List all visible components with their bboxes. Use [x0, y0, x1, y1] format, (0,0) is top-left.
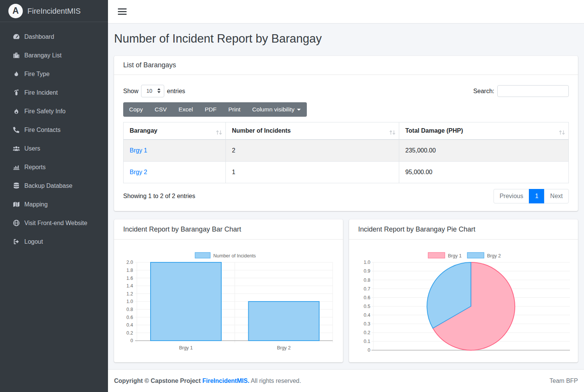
list-card-title: List of Barangays: [114, 56, 578, 75]
sidebar-brand[interactable]: A FireIncidentMIS: [0, 0, 108, 22]
svg-text:0.6: 0.6: [127, 315, 133, 320]
globe-icon: [12, 219, 20, 227]
pie-chart-title: Incident Report by Barangay Pie Chart: [349, 219, 578, 240]
sidebar-item-backup-database[interactable]: Backup Database: [0, 178, 108, 194]
barangay-link[interactable]: Brgy 2: [130, 169, 147, 175]
svg-text:Number of Incidents: Number of Incidents: [213, 253, 256, 259]
svg-text:0.4: 0.4: [364, 313, 370, 318]
dashboard-icon: [12, 33, 20, 40]
damage-cell: 235,000.00: [399, 140, 569, 162]
col-header-incidents[interactable]: Number of Incidents: [226, 122, 399, 140]
fire-alt-icon: [12, 108, 20, 115]
table-row: Brgy 2 1 95,000.00: [124, 162, 569, 183]
svg-text:1.2: 1.2: [127, 291, 133, 297]
svg-text:0.5: 0.5: [364, 304, 370, 309]
pagination: Previous 1 Next: [494, 189, 569, 203]
search-input[interactable]: [497, 85, 569, 97]
svg-text:1.0: 1.0: [127, 299, 133, 304]
bar-chart-card: Incident Report by Barangay Bar Chart: [114, 219, 343, 362]
copy-button[interactable]: Copy: [123, 102, 149, 117]
csv-button[interactable]: CSV: [149, 102, 173, 117]
footer-brand-link[interactable]: FireIncidentMIS.: [202, 378, 249, 384]
search-label: Search:: [473, 87, 494, 96]
brand-name: FireIncidentMIS: [27, 5, 81, 17]
svg-text:0.7: 0.7: [364, 286, 370, 292]
sidebar-item-dashboard[interactable]: Dashboard: [0, 29, 108, 44]
page-1-button[interactable]: 1: [529, 189, 544, 203]
svg-text:1.6: 1.6: [127, 276, 133, 281]
svg-text:0.2: 0.2: [127, 330, 133, 336]
next-page-button[interactable]: Next: [544, 189, 569, 203]
page-length-control: Show 10 entries: [123, 85, 185, 97]
pie-y-axis-labels: 1.0 0.9 0.8 0.7 0.6 0.5 0.4 0.3 0.2 0.1 …: [364, 260, 370, 353]
svg-text:0.9: 0.9: [364, 268, 370, 274]
column-visibility-button[interactable]: Column visibility: [246, 102, 307, 117]
entries-label: entries: [167, 85, 185, 97]
sidebar-item-barangay-list[interactable]: Barangay List: [0, 48, 108, 63]
caret-down-icon: [297, 109, 301, 111]
map-icon: [12, 201, 20, 208]
menu-toggle-icon[interactable]: [118, 8, 127, 15]
svg-text:Brgy 1: Brgy 1: [179, 345, 193, 351]
flame-icon: [12, 70, 20, 78]
svg-text:1.4: 1.4: [127, 283, 133, 289]
sidebar-item-users[interactable]: Users: [0, 141, 108, 156]
pie-chart-card: Incident Report by Barangay Pie Chart: [349, 219, 578, 362]
footer-team: Team BFP: [549, 376, 578, 386]
brand-logo-icon: A: [8, 4, 23, 18]
incidents-cell: 2: [226, 140, 399, 162]
sidebar-item-visit-frontend-website[interactable]: Visit Front-end Website: [0, 215, 108, 231]
svg-text:1.0: 1.0: [364, 260, 370, 265]
sidebar-item-mapping[interactable]: Mapping: [0, 197, 108, 212]
page-title: Number of Incident Report by Barangay: [114, 32, 578, 45]
pdf-button[interactable]: PDF: [199, 102, 222, 117]
damage-cell: 95,000.00: [399, 162, 569, 183]
col-header-damage[interactable]: Total Damage (PHP): [399, 122, 569, 140]
barangay-link[interactable]: Brgy 1: [130, 147, 147, 154]
users-icon: [12, 145, 20, 152]
sort-icon: [559, 129, 565, 138]
footer: Copyright © Capstone Project FireInciden…: [108, 369, 584, 392]
sign-out-icon: [12, 238, 20, 245]
sidebar-nav: Dashboard Barangay List Fire Type Fire I…: [0, 22, 108, 249]
top-navbar: [108, 0, 584, 24]
database-icon: [12, 182, 20, 189]
bar-x-axis-labels: Brgy 1 Brgy 2: [179, 345, 291, 351]
table-info: Showing 1 to 2 of 2 entries: [123, 192, 195, 201]
bar-chart: Number of Incidents 2.0 1.8 1.6 1.4 1.2 …: [114, 240, 343, 362]
print-button[interactable]: Print: [222, 102, 246, 117]
sort-icon: [216, 129, 222, 138]
pie-chart: Brgy 1 Brgy 2 1.0 0.9 0.8 0.7 0.6 0.5 0.…: [349, 240, 578, 362]
svg-text:0.1: 0.1: [364, 339, 370, 344]
svg-text:Brgy 1: Brgy 1: [448, 253, 462, 259]
sidebar-item-reports[interactable]: Reports: [0, 159, 108, 175]
col-header-barangay[interactable]: Barangay: [124, 122, 226, 140]
svg-text:0: 0: [368, 348, 370, 353]
svg-text:0.2: 0.2: [364, 330, 370, 335]
excel-button[interactable]: Excel: [173, 102, 199, 117]
pie-slices: [427, 262, 515, 350]
incidents-cell: 1: [226, 162, 399, 183]
bar-y-axis-labels: 2.0 1.8 1.6 1.4 1.2 1.0 0.8 0.6 0.4 0.2 …: [127, 260, 133, 343]
page-length-select[interactable]: 10: [141, 85, 164, 97]
sidebar-item-fire-contacts[interactable]: Fire Contacts: [0, 122, 108, 138]
svg-text:2.0: 2.0: [127, 260, 133, 265]
footer-rights: All rights reserved.: [251, 378, 301, 384]
sidebar-item-fire-type[interactable]: Fire Type: [0, 66, 108, 82]
svg-text:0.8: 0.8: [364, 278, 370, 283]
sidebar-item-fire-incident[interactable]: Fire Incident: [0, 85, 108, 100]
sidebar-item-fire-safety-info[interactable]: Fire Safety Info: [0, 103, 108, 119]
previous-page-button[interactable]: Previous: [494, 189, 529, 203]
bar-chart-title: Incident Report by Barangay Bar Chart: [114, 219, 343, 240]
barangay-table: Barangay Number of Incidents Total Damag…: [123, 122, 569, 183]
svg-text:0.8: 0.8: [127, 307, 133, 312]
fire-extinguisher-icon: [12, 89, 20, 96]
list-card-body: Show 10 entries Search: Copy CSV: [114, 75, 578, 211]
sidebar-item-logout[interactable]: Logout: [0, 234, 108, 249]
phone-icon: [12, 126, 20, 133]
city-icon: [12, 52, 20, 59]
svg-text:0.4: 0.4: [127, 322, 133, 328]
bar-brgy2: [249, 302, 319, 341]
svg-text:Brgy 2: Brgy 2: [487, 253, 501, 259]
export-buttons: Copy CSV Excel PDF Print Column visibili…: [123, 102, 307, 117]
